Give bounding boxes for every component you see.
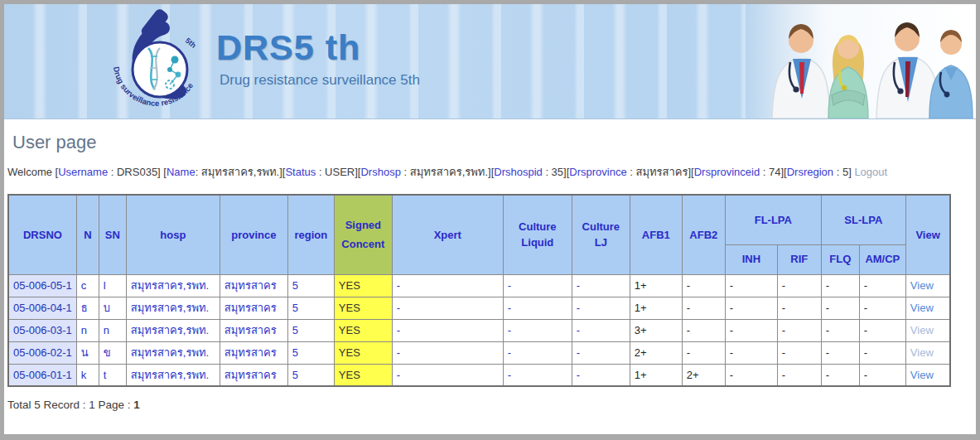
drsprovinceid-label: Drsprovinceid: [694, 166, 760, 178]
col-header-afb2: AFB2: [682, 195, 725, 274]
drshosp-value: : สมุทรสาคร,รพท.][: [401, 166, 494, 178]
col-group-fl-lpa: FL-LPA: [725, 195, 821, 244]
cell-culture-lj: -: [572, 297, 630, 319]
cell-afb1: 2+: [630, 341, 682, 364]
cell-rif: -: [777, 341, 821, 364]
doctors-photo: [746, 4, 976, 118]
drshosp-label: Drshosp: [360, 166, 400, 178]
cell-view: View: [905, 274, 950, 297]
cell-xpert: -: [392, 364, 503, 386]
cell-afb2: -: [682, 341, 725, 364]
drs-logo: Drug surveillance resistance 5th: [105, 8, 206, 114]
col-header-afb1: AFB1: [630, 195, 682, 274]
cell-flq: -: [821, 319, 859, 341]
cell-hosp: สมุทรสาคร,รพท.: [126, 297, 220, 319]
cell-inh: -: [725, 274, 777, 297]
col-header-hosp: hosp: [126, 195, 220, 274]
cell-drsno: 05-006-02-1: [8, 341, 76, 364]
cell-afb2: 2+: [682, 364, 725, 386]
username-value: : DRS035] [: [108, 166, 167, 178]
cell-drsno: 05-006-03-1: [8, 319, 76, 341]
cell-region: 5: [287, 319, 334, 341]
cell-rif: -: [777, 297, 821, 319]
cell-culture-liquid: -: [503, 274, 572, 297]
cell-rif: -: [777, 364, 821, 386]
table-row: 05-006-01-1 k t สมุทรสาคร,รพท. สมุทรสาคร…: [8, 364, 950, 386]
view-link[interactable]: View: [910, 302, 934, 314]
cell-region: 5: [287, 297, 334, 319]
table-row: 05-006-03-1 n n สมุทรสาคร,รพท. สมุทรสาคร…: [8, 319, 950, 341]
cell-sn: n: [99, 319, 126, 341]
cell-afb1: 1+: [630, 297, 682, 319]
cell-xpert: -: [392, 319, 503, 341]
record-count-text: Total 5 Record : 1 Page :: [7, 399, 133, 411]
table-row: 05-006-04-1 ธ บ สมุทรสาคร,รพท. สมุทรสาคร…: [8, 297, 950, 319]
window-frame: Drug surveillance resistance 5th DRS5 th…: [0, 0, 980, 440]
cell-culture-lj: -: [572, 274, 630, 297]
col-header-n: N: [76, 195, 99, 274]
cell-inh: -: [725, 297, 777, 319]
cell-signed-concent: YES: [334, 319, 392, 341]
col-header-xpert: Xpert: [392, 195, 503, 274]
cell-culture-lj: -: [572, 364, 630, 386]
welcome-line: Welcome [Username : DRS035] [Name: สมุทร…: [7, 163, 976, 181]
col-header-amcp: AM/CP: [859, 244, 905, 274]
cell-province: สมุทรสาคร: [220, 319, 287, 341]
logo-ring-suffix: 5th: [184, 36, 198, 50]
col-header-culture-lj: Culture LJ: [572, 195, 630, 274]
signed-line2: Concent: [337, 236, 389, 253]
view-link[interactable]: View: [910, 279, 934, 292]
cell-culture-liquid: -: [503, 364, 572, 386]
status-label: Status: [285, 166, 316, 178]
cell-hosp: สมุทรสาคร,รพท.: [126, 364, 220, 386]
col-header-inh: INH: [725, 244, 777, 274]
col-header-province: province: [220, 195, 287, 274]
cell-province: สมุทรสาคร: [220, 297, 287, 319]
cell-region: 5: [287, 341, 334, 364]
cell-hosp: สมุทรสาคร,รพท.: [126, 319, 220, 341]
view-link[interactable]: View: [910, 369, 934, 381]
cell-hosp: สมุทรสาคร,รพท.: [126, 274, 220, 297]
cell-afb2: -: [682, 274, 725, 297]
cell-xpert: -: [392, 274, 503, 297]
cell-amcp: -: [859, 274, 905, 297]
cell-afb1: 1+: [630, 274, 682, 297]
cell-culture-lj: -: [572, 341, 630, 364]
cell-signed-concent: YES: [334, 364, 392, 386]
microscope-dna-logo-icon: Drug surveillance resistance 5th: [105, 8, 206, 114]
col-header-region: region: [287, 195, 334, 274]
cell-inh: -: [725, 341, 777, 364]
cell-region: 5: [287, 274, 334, 297]
cell-amcp: -: [859, 341, 905, 364]
drsprovinceid-value: : 74][: [760, 166, 787, 178]
drs5-page: Drug surveillance resistance 5th DRS5 th…: [4, 4, 976, 434]
cell-afb2: -: [682, 319, 725, 341]
table-row: 05-006-02-1 น ข สมุทรสาคร,รพท. สมุทรสาคร…: [8, 341, 950, 364]
status-value: : USER][: [316, 166, 360, 178]
cell-signed-concent: YES: [334, 297, 392, 319]
cell-sn: t: [99, 364, 126, 386]
name-value: : สมุทรสาคร,รพท.][: [196, 166, 286, 178]
drshospid-label: Drshospid: [494, 166, 543, 178]
cell-flq: -: [821, 341, 859, 364]
cell-signed-concent: YES: [334, 274, 392, 297]
col-header-rif: RIF: [777, 244, 821, 274]
col-header-view: View: [905, 195, 950, 274]
cell-n: n: [76, 319, 99, 341]
col-header-drsno: DRSNO: [8, 195, 76, 274]
view-link[interactable]: View: [910, 346, 934, 359]
cell-inh: -: [725, 364, 777, 386]
logout-link[interactable]: Logout: [854, 166, 887, 178]
cell-n: ธ: [76, 297, 99, 319]
cell-view: View: [905, 364, 950, 386]
drsprovince-value: : สมุทรสาคร][: [627, 166, 694, 178]
cell-rif: -: [777, 319, 821, 341]
view-link[interactable]: View: [910, 324, 934, 336]
col-header-flq: FLQ: [821, 244, 859, 274]
col-header-signed-concent: Signed Concent: [334, 195, 392, 274]
cell-province: สมุทรสาคร: [220, 364, 287, 386]
cell-culture-liquid: -: [503, 297, 572, 319]
cell-view: View: [905, 341, 950, 364]
drsprovince-label: Drsprovince: [569, 166, 626, 178]
page-title: User page: [12, 132, 976, 153]
